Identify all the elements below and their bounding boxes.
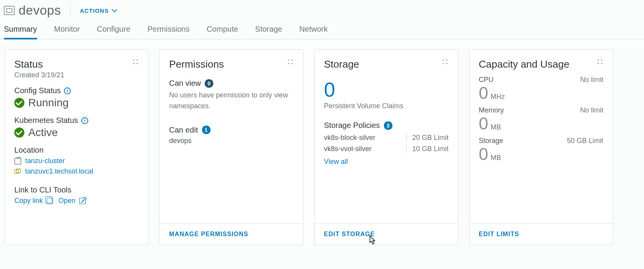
info-icon[interactable]: i [64, 87, 71, 94]
cap-mem-value: 0 [479, 115, 488, 132]
edit-storage-button[interactable]: EDIT STORAGE [315, 223, 458, 245]
created-date: Created 3/19/21 [14, 71, 139, 79]
divider [70, 5, 70, 16]
config-status-value: Running [28, 97, 69, 109]
tab-configure[interactable]: Configure [97, 25, 130, 39]
tab-permissions[interactable]: Permissions [147, 25, 190, 39]
policy-name: vk8s-vvol-silver [324, 145, 372, 153]
cluster-link[interactable]: tanzu-cluster [25, 157, 65, 165]
pvc-count: 0 [324, 74, 449, 100]
cluster-icon [14, 158, 21, 165]
cap-storage-unit: MB [490, 154, 501, 162]
storage-policy-row: vk8s-block-silver 20 GB Limit [324, 132, 449, 143]
external-link-icon[interactable] [79, 198, 86, 204]
open-link[interactable]: Open [58, 197, 75, 205]
storage-card: Storage 0 Persistent Volume Claims Stora… [314, 49, 458, 245]
policy-name: vk8s-block-silver [324, 134, 375, 142]
location-label: Location [14, 146, 44, 155]
storage-policy-list: vk8s-block-silver 20 GB Limit vk8s-vvol-… [324, 132, 449, 155]
cli-tools-label: Link to CLI Tools [14, 186, 72, 194]
cap-cpu-limit: No limit [580, 76, 603, 84]
tab-bar: Summary Monitor Configure Permissions Co… [0, 18, 644, 39]
check-circle-icon [14, 128, 24, 138]
copy-link[interactable]: Copy link [14, 197, 43, 205]
cap-cpu-value: 0 [479, 85, 488, 102]
manage-permissions-button[interactable]: MANAGE PERMISSIONS [160, 223, 303, 245]
policy-limit: 20 GB Limit [406, 134, 449, 142]
permissions-card: Permissions Can view 0 No users have per… [159, 49, 303, 245]
storage-policies-label: Storage Policies [324, 121, 380, 130]
can-view-count-badge: 0 [205, 79, 213, 88]
status-card-title: Status [14, 58, 43, 70]
config-status-label: Config Status [14, 86, 61, 95]
cap-storage-label: Storage [479, 137, 503, 145]
policy-limit: 10 GB Limit [406, 145, 449, 153]
storage-policy-row: vk8s-vvol-silver 10 GB Limit [324, 143, 449, 155]
tab-compute[interactable]: Compute [207, 25, 238, 39]
cap-cpu-unit: MHz [490, 93, 505, 101]
actions-label: ACTIONS [80, 7, 109, 14]
view-all-link[interactable]: View all [324, 158, 449, 166]
cap-mem-limit: No limit [580, 106, 603, 114]
tab-monitor[interactable]: Monitor [54, 25, 80, 39]
tab-network[interactable]: Network [299, 25, 327, 39]
cap-cpu-label: CPU [479, 76, 493, 84]
vcenter-icon [14, 168, 21, 175]
info-icon[interactable]: i [81, 117, 88, 124]
namespace-icon [4, 6, 15, 15]
capacity-card: Capacity and Usage CPU No limit 0 MHz Me… [469, 49, 613, 245]
pvc-label: Persistent Volume Claims [324, 102, 449, 110]
permissions-card-title: Permissions [169, 58, 224, 70]
drag-handle-icon[interactable] [132, 58, 139, 65]
vcenter-link[interactable]: tanzuvc1.techsol.local [25, 167, 93, 175]
edit-limits-button[interactable]: EDIT LIMITS [469, 223, 613, 245]
tab-storage[interactable]: Storage [255, 25, 282, 39]
cap-mem-label: Memory [479, 106, 504, 114]
cap-storage-value: 0 [479, 146, 488, 163]
status-card: Status Created 3/19/21 Config Status i R… [5, 49, 149, 245]
chevron-down-icon [112, 8, 117, 13]
can-view-label: Can view [169, 79, 201, 88]
drag-handle-icon[interactable] [596, 58, 603, 65]
can-view-desc: No users have permission to only view na… [169, 90, 289, 112]
drag-handle-icon[interactable] [287, 58, 294, 65]
can-edit-count-badge: 1 [202, 126, 211, 134]
copy-icon[interactable] [47, 198, 53, 204]
cap-storage-limit: 50 GB Limit [567, 137, 603, 145]
page-title: devops [19, 3, 61, 18]
cap-mem-unit: MB [490, 123, 501, 131]
actions-menu-button[interactable]: ACTIONS [80, 7, 117, 14]
k8s-status-label: Kubernetes Status [14, 116, 78, 125]
drag-handle-icon[interactable] [442, 58, 449, 65]
tab-summary[interactable]: Summary [4, 25, 37, 39]
storage-card-title: Storage [324, 58, 359, 70]
can-edit-label: Can edit [169, 126, 198, 134]
can-edit-entry: devops [169, 137, 294, 145]
capacity-card-title: Capacity and Usage [479, 58, 569, 70]
storage-policies-count-badge: 3 [384, 121, 392, 130]
k8s-status-value: Active [28, 126, 58, 139]
check-circle-icon [14, 98, 24, 108]
